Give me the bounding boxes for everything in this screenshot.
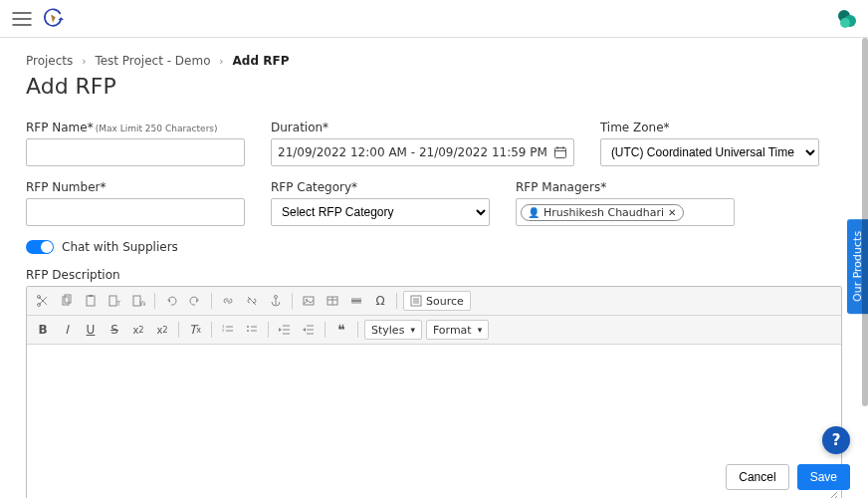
timezone-select[interactable]: (UTC) Coordinated Universal Time <box>600 138 819 166</box>
help-fab[interactable]: ? <box>822 426 850 454</box>
svg-rect-7 <box>554 148 565 158</box>
remove-format-icon[interactable]: Tx <box>185 320 205 340</box>
indent-icon[interactable] <box>299 320 319 340</box>
underline-icon[interactable]: U <box>81 320 101 340</box>
toolbar-separator <box>325 322 326 338</box>
svg-text:2: 2 <box>222 328 225 333</box>
italic-icon[interactable]: I <box>57 320 77 340</box>
form-row-1: RFP Name*(Max Limit 250 Characters) Dura… <box>26 121 842 166</box>
svg-rect-14 <box>65 295 71 303</box>
paste-icon[interactable] <box>81 291 101 311</box>
svg-marker-49 <box>279 328 282 332</box>
editor-toolbar-row-1: T W <box>27 287 841 316</box>
label-rfp-description: RFP Description <box>26 268 842 282</box>
menu-icon[interactable] <box>12 11 32 27</box>
redo-icon[interactable] <box>185 291 205 311</box>
calendar-icon[interactable] <box>553 145 567 159</box>
svg-point-24 <box>275 296 278 299</box>
copy-icon[interactable] <box>57 291 77 311</box>
anchor-icon[interactable] <box>266 291 286 311</box>
rfp-name-input[interactable] <box>26 138 245 166</box>
app-logo-icon[interactable] <box>42 8 64 30</box>
label-timezone: Time Zone* <box>600 121 819 134</box>
manager-chip: 👤 Hrushikesh Chaudhari ✕ <box>521 204 684 221</box>
chevron-right-icon: › <box>219 55 223 68</box>
breadcrumb-item-current: Add RFP <box>233 54 290 68</box>
rfp-managers-input[interactable]: 👤 Hrushikesh Chaudhari ✕ <box>516 198 735 226</box>
image-icon[interactable] <box>299 291 319 311</box>
chevron-down-icon: ▾ <box>478 325 483 335</box>
svg-marker-3 <box>59 17 65 20</box>
cut-icon[interactable] <box>33 291 53 311</box>
field-rfp-name: RFP Name*(Max Limit 250 Characters) <box>26 121 245 166</box>
breadcrumb-item-projects[interactable]: Projects <box>26 54 73 68</box>
chat-suppliers-label: Chat with Suppliers <box>62 240 178 254</box>
table-icon[interactable] <box>323 291 342 311</box>
strike-icon[interactable]: S <box>105 320 124 340</box>
format-dropdown-label: Format <box>433 324 472 337</box>
svg-line-23 <box>248 297 256 305</box>
label-rfp-managers: RFP Managers* <box>516 180 735 194</box>
label-rfp-number: RFP Number* <box>26 180 245 194</box>
rfp-number-input[interactable] <box>26 198 245 226</box>
chevron-right-icon: › <box>82 55 86 68</box>
svg-rect-13 <box>63 297 69 305</box>
resize-grip-icon[interactable] <box>827 490 839 498</box>
toolbar-separator <box>211 293 212 309</box>
save-button[interactable]: Save <box>797 464 850 490</box>
duration-input[interactable]: 21/09/2022 12:00 AM - 21/09/2022 11:59 P… <box>271 138 574 166</box>
subscript-icon[interactable]: x2 <box>128 320 148 340</box>
ordered-list-icon[interactable]: 12 <box>218 320 238 340</box>
source-button-label: Source <box>426 295 464 308</box>
top-left-group <box>12 8 64 30</box>
hr-icon[interactable] <box>346 291 366 311</box>
editor-content-area[interactable] <box>27 345 841 498</box>
toolbar-separator <box>292 293 293 309</box>
main-content: Projects › Test Project - Demo › Add RFP… <box>0 38 868 498</box>
superscript-icon[interactable]: x2 <box>152 320 172 340</box>
toggle-chat-suppliers: Chat with Suppliers <box>26 240 842 254</box>
svg-point-43 <box>247 330 249 332</box>
svg-rect-16 <box>89 295 93 297</box>
toolbar-separator <box>268 322 269 338</box>
label-text: RFP Name* <box>26 121 94 134</box>
styles-dropdown[interactable]: Styles ▾ <box>364 320 422 340</box>
format-dropdown[interactable]: Format ▾ <box>426 320 489 340</box>
field-duration: Duration* 21/09/2022 12:00 AM - 21/09/20… <box>271 121 574 166</box>
chat-suppliers-toggle[interactable] <box>26 240 54 254</box>
special-char-icon[interactable]: Ω <box>370 291 390 311</box>
footer-actions: Cancel Save <box>726 464 850 490</box>
sharepoint-icon[interactable] <box>836 9 856 29</box>
rfp-category-select[interactable]: Select RFP Category <box>271 198 490 226</box>
unlink-icon[interactable] <box>242 291 262 311</box>
toolbar-separator <box>357 322 358 338</box>
svg-rect-17 <box>109 296 116 306</box>
bold-icon[interactable]: B <box>33 320 53 340</box>
editor-toolbar-row-2: B I U S x2 x2 Tx 12 ❝ <box>27 316 841 345</box>
scrollbar-track <box>862 38 868 498</box>
outdent-icon[interactable] <box>275 320 295 340</box>
undo-icon[interactable] <box>161 291 181 311</box>
svg-marker-53 <box>303 328 306 332</box>
manager-chip-label: Hrushikesh Chaudhari <box>543 206 664 219</box>
svg-point-6 <box>840 18 850 28</box>
scrollbar-thumb[interactable] <box>862 38 868 406</box>
unordered-list-icon[interactable] <box>242 320 262 340</box>
toolbar-separator <box>396 293 397 309</box>
label-rfp-category: RFP Category* <box>271 180 490 194</box>
paste-word-icon[interactable]: W <box>128 291 148 311</box>
page-title: Add RFP <box>26 74 842 99</box>
rich-text-editor: T W <box>26 286 842 498</box>
toolbar-separator <box>211 322 212 338</box>
breadcrumb-item-project[interactable]: Test Project - Demo <box>95 54 210 68</box>
svg-rect-15 <box>87 296 95 306</box>
breadcrumb: Projects › Test Project - Demo › Add RFP <box>26 54 842 68</box>
chip-remove-icon[interactable]: ✕ <box>668 207 676 218</box>
label-rfp-name: RFP Name*(Max Limit 250 Characters) <box>26 121 245 134</box>
link-icon[interactable] <box>218 291 238 311</box>
duration-value: 21/09/2022 12:00 AM - 21/09/2022 11:59 P… <box>278 145 547 159</box>
blockquote-icon[interactable]: ❝ <box>331 320 351 340</box>
cancel-button[interactable]: Cancel <box>726 464 788 490</box>
paste-text-icon[interactable]: T <box>105 291 124 311</box>
source-button[interactable]: Source <box>403 291 471 311</box>
